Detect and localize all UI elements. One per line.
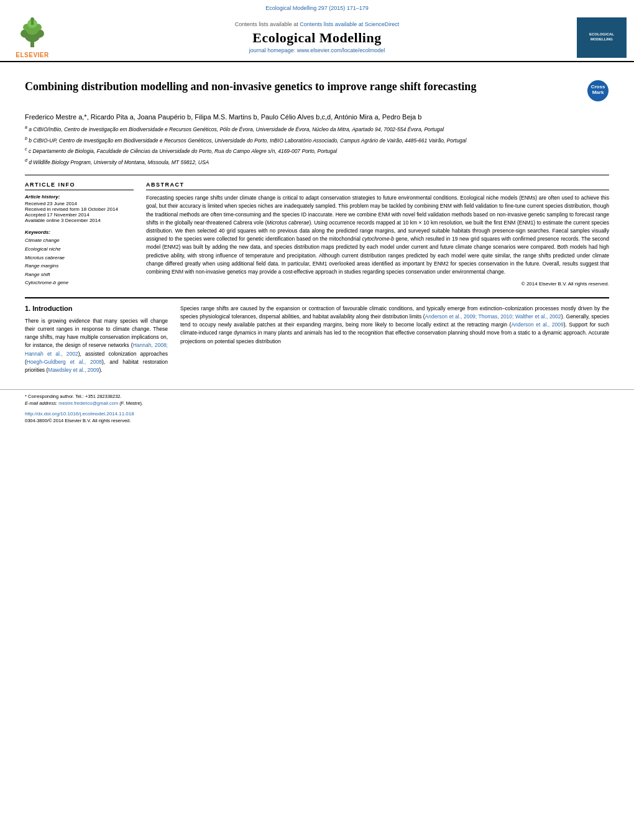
- affiliation-b: b b CIBIO-UP, Centro de Investigação em …: [25, 136, 609, 145]
- affiliation-a: a a CIBIO/InBio, Centro de Investigação …: [25, 124, 609, 134]
- journal-title-area: Contents lists available at Contents lis…: [57, 21, 577, 53]
- svg-point-8: [30, 17, 34, 21]
- abstract-text: Forecasting species range shifts under c…: [146, 194, 609, 276]
- intro-right-column: Species range shifts are caused by the e…: [180, 305, 609, 374]
- article-title: Combining distribution modelling and non…: [25, 80, 587, 94]
- revised-date: Received in revised form 18 October 2014: [25, 206, 134, 212]
- affiliations: a a CIBIO/InBio, Centro de Investigação …: [25, 124, 609, 166]
- ref-anderson-2009b[interactable]: Anderson et al., 2009: [511, 321, 563, 328]
- article-info-title: ARTICLE INFO: [25, 182, 134, 190]
- ref-mawdsley[interactable]: Mawdsley et al., 2009: [48, 367, 99, 373]
- contents-notice: Contents lists available at Contents lis…: [57, 21, 577, 27]
- intro-left-text: There is growing evidence that many spec…: [25, 317, 168, 374]
- keyword-1: Climate change: [25, 236, 134, 245]
- abstract-title: ABSTRACT: [146, 182, 609, 190]
- ref-anderson-2009[interactable]: Anderson et al., 2009; Thomas, 2010; Wal…: [425, 313, 561, 320]
- footer: * Corresponding author. Tel.: +351 28233…: [0, 389, 634, 428]
- ecological-modelling-logo: ECOLOGICAL MODELLING: [577, 17, 627, 58]
- keyword-6: Cytochrome-b gene: [25, 279, 134, 287]
- crossmark-icon[interactable]: Cross Mark: [587, 80, 609, 102]
- journal-issue-info: Ecological Modelling 297 (2015) 171–179: [0, 4, 634, 14]
- keyword-5: Range shift: [25, 270, 134, 279]
- abstract-panel: ABSTRACT Forecasting species range shift…: [146, 182, 609, 287]
- ref-hoegh[interactable]: Hoegh-Guldberg et al., 2008: [27, 359, 102, 365]
- available-date: Available online 3 December 2014: [25, 218, 134, 223]
- ref-hannah-2008[interactable]: Hannah, 2008; Hannah et al., 2002: [25, 342, 168, 356]
- keyword-2: Ecological niche: [25, 245, 134, 254]
- svg-rect-9: [31, 21, 34, 25]
- author-names: Frederico Mestre a,*, Ricardo Pita a, Jo…: [25, 113, 421, 121]
- intro-heading: 1. Introduction: [25, 305, 168, 312]
- keywords-label: Keywords:: [25, 229, 134, 235]
- received-date: Received 23 June 2014: [25, 201, 134, 206]
- intro-left-column: 1. Introduction There is growing evidenc…: [25, 305, 168, 374]
- elsevier-logo: ELSEVIER: [7, 16, 57, 58]
- keywords-list: Climate change Ecological niche Microtus…: [25, 236, 134, 287]
- license-text: 0304-3800/© 2014 Elsevier B.V. All right…: [25, 418, 609, 423]
- copyright-notice: © 2014 Elsevier B.V. All rights reserved…: [146, 281, 609, 287]
- accepted-date: Accepted 17 November 2014: [25, 212, 134, 218]
- keyword-3: Microtus cabrerae: [25, 254, 134, 262]
- journal-name: Ecological Modelling: [57, 30, 577, 46]
- authors-line: Frederico Mestre a,*, Ricardo Pita a, Jo…: [25, 113, 609, 121]
- footnote-star: * Corresponding author. Tel.: +351 28233…: [25, 394, 609, 399]
- article-info-panel: ARTICLE INFO Article history: Received 2…: [25, 182, 134, 287]
- intro-right-text: Species range shifts are caused by the e…: [180, 305, 609, 346]
- history-label: Article history:: [25, 194, 134, 200]
- email-line: E-mail address: mestre.frederico@gmail.c…: [25, 400, 609, 406]
- affiliation-d: d d Wildlife Biology Program, University…: [25, 157, 609, 167]
- journal-homepage: journal homepage: www.elsevier.com/locat…: [57, 47, 577, 53]
- svg-text:Cross: Cross: [591, 84, 605, 90]
- keyword-4: Range margins: [25, 262, 134, 270]
- affiliation-c: c c Departamento de Biologia, Faculdade …: [25, 146, 609, 155]
- doi-link[interactable]: http://dx.doi.org/10.1016/j.ecolmodel.20…: [25, 411, 609, 417]
- elsevier-wordmark: ELSEVIER: [16, 52, 48, 58]
- svg-text:Mark: Mark: [592, 90, 604, 95]
